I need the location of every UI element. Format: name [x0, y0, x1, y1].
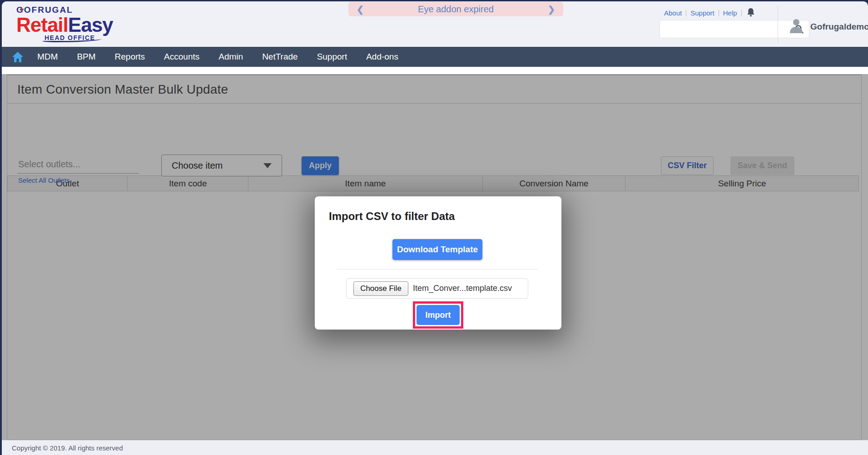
- import-csv-modal: Import CSV to filter Data Download Templ…: [315, 196, 561, 330]
- banner-message: Eye addon expired: [418, 4, 494, 15]
- addon-expired-banner: ❮ Eye addon expired ❯: [348, 2, 563, 16]
- logo-easy-label: Easy: [68, 14, 113, 36]
- nav-item-nettrade[interactable]: NetTrade: [262, 52, 298, 62]
- support-link[interactable]: Support: [690, 9, 714, 17]
- copyright-text: Copyright © 2019. All rights reserved: [12, 444, 123, 452]
- notification-bell-icon[interactable]: [747, 8, 755, 18]
- user-menu[interactable]: Gofrugaldemo: [789, 18, 868, 36]
- file-input-group: Choose File Item_Conver...template.csv: [346, 278, 528, 299]
- download-template-button[interactable]: Download Template: [392, 239, 482, 260]
- retaileasy-logo: GOFRUGAL RetailEasy HEAD OFFICE: [16, 5, 113, 42]
- about-link[interactable]: About: [664, 9, 682, 17]
- modal-divider: [337, 269, 538, 270]
- main-nav: MDM BPM Reports Accounts Admin NetTrade …: [2, 47, 868, 67]
- import-button[interactable]: Import: [417, 305, 460, 325]
- nav-item-bpm[interactable]: BPM: [77, 52, 95, 62]
- link-separator: [686, 10, 686, 16]
- logo-product-text: RetailEasy: [16, 15, 113, 35]
- logo-retail-label: Retail: [16, 14, 68, 36]
- banner-next-icon[interactable]: ❯: [548, 5, 555, 14]
- link-separator: [719, 10, 719, 16]
- nav-item-mdm[interactable]: MDM: [37, 52, 58, 62]
- choose-file-button[interactable]: Choose File: [353, 281, 408, 296]
- nav-item-accounts[interactable]: Accounts: [164, 52, 199, 62]
- app-window: GOFRUGAL RetailEasy HEAD OFFICE ❮ Eye ad…: [0, 0, 868, 455]
- header-links: About Support Help: [664, 8, 755, 18]
- import-highlight-box: Import: [413, 301, 463, 329]
- global-search: [660, 20, 809, 38]
- modal-title: Import CSV to filter Data: [329, 210, 455, 223]
- nav-item-reports[interactable]: Reports: [115, 52, 145, 62]
- nav-item-admin[interactable]: Admin: [218, 52, 243, 62]
- home-icon[interactable]: [12, 51, 24, 63]
- banner-prev-icon[interactable]: ❮: [357, 5, 364, 14]
- help-link[interactable]: Help: [723, 9, 737, 17]
- username-label: Gofrugaldemo: [810, 22, 868, 32]
- search-input[interactable]: [660, 25, 794, 33]
- avatar: [789, 18, 804, 36]
- nav-items: MDM BPM Reports Accounts Admin NetTrade …: [37, 52, 398, 62]
- logo-brand-text: GOFRUGAL: [16, 5, 113, 15]
- logo-brand-label: GOFRUGAL: [16, 5, 73, 15]
- nav-item-support[interactable]: Support: [317, 52, 347, 62]
- top-header: GOFRUGAL RetailEasy HEAD OFFICE ❮ Eye ad…: [2, 1, 868, 47]
- selected-filename: Item_Conver...template.csv: [413, 284, 512, 293]
- footer: Copyright © 2019. All rights reserved: [2, 440, 868, 455]
- nav-item-addons[interactable]: Add-ons: [366, 52, 398, 62]
- logo-red-accent: [20, 9, 24, 10]
- header-divider: [778, 6, 778, 43]
- link-separator: [741, 10, 742, 16]
